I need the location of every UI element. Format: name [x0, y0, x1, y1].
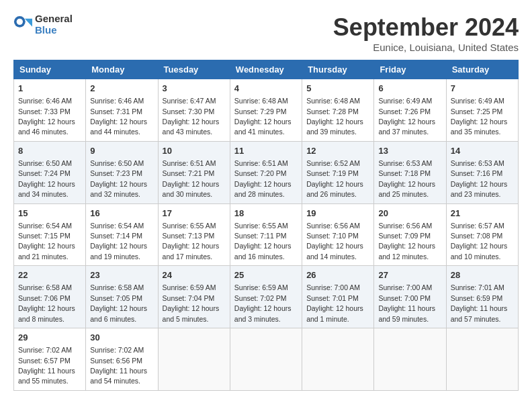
col-sunday: Sunday	[14, 60, 86, 79]
table-row: 2 Sunrise: 6:46 AMSunset: 7:31 PMDayligh…	[86, 79, 158, 142]
table-row	[230, 328, 302, 391]
day-number: 2	[90, 83, 153, 95]
table-row: 30 Sunrise: 7:02 AMSunset: 6:56 PMDaylig…	[86, 328, 158, 391]
cell-content: Sunrise: 6:56 AMSunset: 7:10 PMDaylight:…	[306, 222, 363, 261]
cell-content: Sunrise: 6:50 AMSunset: 7:24 PMDaylight:…	[18, 159, 75, 198]
day-number: 12	[306, 145, 369, 157]
table-row	[446, 328, 518, 391]
table-row: 21 Sunrise: 6:57 AMSunset: 7:08 PMDaylig…	[446, 203, 518, 266]
calendar-header: Sunday Monday Tuesday Wednesday Thursday…	[14, 60, 519, 79]
table-row: 27 Sunrise: 7:00 AMSunset: 7:00 PMDaylig…	[374, 266, 446, 328]
title-section: September 2024 Eunice, Louisiana, United…	[333, 13, 519, 53]
cell-content: Sunrise: 7:02 AMSunset: 6:56 PMDaylight:…	[90, 346, 147, 385]
cell-content: Sunrise: 6:59 AMSunset: 7:04 PMDaylight:…	[163, 283, 220, 322]
day-number: 23	[90, 269, 153, 281]
day-number: 19	[306, 208, 369, 220]
day-number: 5	[306, 83, 369, 95]
col-wednesday: Wednesday	[230, 60, 302, 79]
day-number: 21	[451, 208, 514, 220]
cell-content: Sunrise: 6:46 AMSunset: 7:31 PMDaylight:…	[90, 97, 147, 136]
cell-content: Sunrise: 6:47 AMSunset: 7:30 PMDaylight:…	[163, 97, 220, 136]
calendar-week-row: 15 Sunrise: 6:54 AMSunset: 7:15 PMDaylig…	[14, 203, 519, 266]
cell-content: Sunrise: 6:50 AMSunset: 7:23 PMDaylight:…	[90, 159, 147, 198]
calendar-week-row: 8 Sunrise: 6:50 AMSunset: 7:24 PMDayligh…	[14, 141, 519, 203]
day-number: 14	[451, 145, 514, 157]
cell-content: Sunrise: 6:51 AMSunset: 7:20 PMDaylight:…	[234, 159, 292, 198]
svg-point-1	[17, 18, 23, 24]
logo: General Blue	[13, 13, 73, 36]
cell-content: Sunrise: 6:54 AMSunset: 7:14 PMDaylight:…	[90, 222, 147, 261]
cell-content: Sunrise: 7:00 AMSunset: 7:01 PMDaylight:…	[306, 283, 363, 322]
cell-content: Sunrise: 7:01 AMSunset: 6:59 PMDaylight:…	[451, 283, 508, 322]
calendar-week-row: 29 Sunrise: 7:02 AMSunset: 6:57 PMDaylig…	[14, 328, 519, 391]
cell-content: Sunrise: 6:54 AMSunset: 7:15 PMDaylight:…	[18, 222, 75, 261]
day-number: 29	[18, 332, 81, 344]
table-row: 17 Sunrise: 6:55 AMSunset: 7:13 PMDaylig…	[158, 203, 230, 266]
table-row: 26 Sunrise: 7:00 AMSunset: 7:01 PMDaylig…	[302, 266, 374, 328]
day-number: 17	[163, 208, 226, 220]
logo-text: General Blue	[35, 13, 73, 36]
day-number: 4	[234, 83, 298, 95]
day-number: 7	[451, 83, 514, 95]
day-number: 6	[378, 83, 441, 95]
day-number: 13	[378, 145, 441, 157]
cell-content: Sunrise: 7:00 AMSunset: 7:00 PMDaylight:…	[378, 283, 435, 322]
calendar-body: 1 Sunrise: 6:46 AMSunset: 7:33 PMDayligh…	[14, 79, 519, 391]
table-row: 24 Sunrise: 6:59 AMSunset: 7:04 PMDaylig…	[158, 266, 230, 328]
day-number: 30	[90, 332, 153, 344]
day-number: 28	[451, 269, 514, 281]
table-row: 22 Sunrise: 6:58 AMSunset: 7:06 PMDaylig…	[14, 266, 86, 328]
table-row: 14 Sunrise: 6:53 AMSunset: 7:16 PMDaylig…	[446, 141, 518, 203]
col-saturday: Saturday	[446, 60, 518, 79]
table-row: 29 Sunrise: 7:02 AMSunset: 6:57 PMDaylig…	[14, 328, 86, 391]
cell-content: Sunrise: 6:56 AMSunset: 7:09 PMDaylight:…	[378, 222, 435, 261]
col-tuesday: Tuesday	[158, 60, 230, 79]
table-row	[374, 328, 446, 391]
table-row: 5 Sunrise: 6:48 AMSunset: 7:28 PMDayligh…	[302, 79, 374, 142]
table-row: 16 Sunrise: 6:54 AMSunset: 7:14 PMDaylig…	[86, 203, 158, 266]
table-row: 15 Sunrise: 6:54 AMSunset: 7:15 PMDaylig…	[14, 203, 86, 266]
day-number: 3	[163, 83, 226, 95]
cell-content: Sunrise: 6:48 AMSunset: 7:29 PMDaylight:…	[234, 97, 292, 136]
logo-line2: Blue	[35, 25, 73, 36]
table-row: 25 Sunrise: 6:59 AMSunset: 7:02 PMDaylig…	[230, 266, 302, 328]
col-thursday: Thursday	[302, 60, 374, 79]
day-number: 26	[306, 269, 369, 281]
table-row: 19 Sunrise: 6:56 AMSunset: 7:10 PMDaylig…	[302, 203, 374, 266]
day-number: 9	[90, 145, 153, 157]
table-row: 10 Sunrise: 6:51 AMSunset: 7:21 PMDaylig…	[158, 141, 230, 203]
table-row: 11 Sunrise: 6:51 AMSunset: 7:20 PMDaylig…	[230, 141, 302, 203]
cell-content: Sunrise: 6:53 AMSunset: 7:18 PMDaylight:…	[378, 159, 435, 198]
day-number: 18	[234, 208, 298, 220]
day-number: 11	[234, 145, 298, 157]
day-number: 25	[234, 269, 298, 281]
day-number: 27	[378, 269, 441, 281]
cell-content: Sunrise: 6:51 AMSunset: 7:21 PMDaylight:…	[163, 159, 220, 198]
table-row: 7 Sunrise: 6:49 AMSunset: 7:25 PMDayligh…	[446, 79, 518, 142]
day-number: 24	[163, 269, 226, 281]
cell-content: Sunrise: 6:58 AMSunset: 7:06 PMDaylight:…	[18, 283, 75, 322]
cell-content: Sunrise: 6:53 AMSunset: 7:16 PMDaylight:…	[451, 159, 508, 198]
svg-marker-2	[25, 18, 32, 26]
table-row: 3 Sunrise: 6:47 AMSunset: 7:30 PMDayligh…	[158, 79, 230, 142]
day-number: 20	[378, 208, 441, 220]
table-row: 6 Sunrise: 6:49 AMSunset: 7:26 PMDayligh…	[374, 79, 446, 142]
logo-line1: General	[35, 13, 73, 25]
header-row: Sunday Monday Tuesday Wednesday Thursday…	[14, 60, 519, 79]
table-row: 18 Sunrise: 6:55 AMSunset: 7:11 PMDaylig…	[230, 203, 302, 266]
table-row	[158, 328, 230, 391]
table-row: 8 Sunrise: 6:50 AMSunset: 7:24 PMDayligh…	[14, 141, 86, 203]
table-row: 12 Sunrise: 6:52 AMSunset: 7:19 PMDaylig…	[302, 141, 374, 203]
location: Eunice, Louisiana, United States	[333, 42, 519, 53]
cell-content: Sunrise: 7:02 AMSunset: 6:57 PMDaylight:…	[18, 346, 75, 385]
page-header: General Blue September 2024 Eunice, Loui…	[13, 13, 519, 53]
table-row: 20 Sunrise: 6:56 AMSunset: 7:09 PMDaylig…	[374, 203, 446, 266]
day-number: 15	[18, 208, 81, 220]
day-number: 10	[163, 145, 226, 157]
day-number: 16	[90, 208, 153, 220]
col-monday: Monday	[86, 60, 158, 79]
day-number: 22	[18, 269, 81, 281]
table-row: 1 Sunrise: 6:46 AMSunset: 7:33 PMDayligh…	[14, 79, 86, 142]
table-row: 4 Sunrise: 6:48 AMSunset: 7:29 PMDayligh…	[230, 79, 302, 142]
col-friday: Friday	[374, 60, 446, 79]
